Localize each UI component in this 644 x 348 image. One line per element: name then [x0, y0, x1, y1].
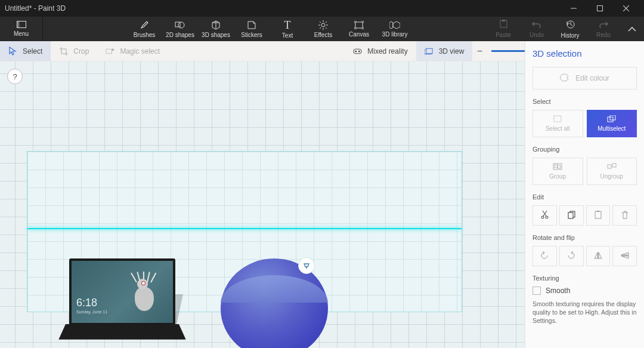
svg-rect-34 [568, 213, 573, 218]
menu-icon [17, 21, 26, 29]
tool-stickers[interactable]: Stickers [234, 17, 270, 41]
svg-line-13 [320, 27, 321, 29]
shapes-3d-icon [211, 20, 221, 30]
paste-button[interactable]: Paste [487, 17, 520, 41]
redo-icon [599, 20, 608, 30]
smooth-checkbox[interactable]: Smooth [532, 287, 637, 295]
trash-icon [621, 211, 628, 221]
svg-rect-24 [554, 116, 561, 122]
rotate-ccw-icon [540, 251, 549, 261]
svg-point-33 [546, 216, 548, 218]
texturing-section-label: Texturing [532, 275, 637, 282]
svg-rect-3 [17, 21, 19, 28]
viewport-3d[interactable]: ? 6:18 Sunday, June 11 [0, 61, 525, 348]
brush-icon [140, 20, 149, 30]
grouping-section-label: Grouping [532, 146, 637, 153]
magic-icon [106, 47, 114, 56]
select-all-button[interactable]: Select all [532, 110, 583, 137]
side-panel: 3D selection Edit colour Select Select a… [525, 41, 644, 348]
checkbox-icon [532, 287, 541, 295]
3d-view-button[interactable]: 3D view [416, 41, 473, 61]
panel-title: 3D selection [532, 48, 637, 58]
svg-rect-36 [597, 211, 599, 212]
flip-horizontal-button[interactable] [586, 246, 611, 266]
zoom-out-button[interactable]: − [472, 46, 487, 57]
undo-button[interactable]: Undo [520, 17, 553, 41]
paste-icon-small [595, 211, 602, 221]
effects-icon [318, 20, 328, 30]
minimize-button[interactable] [561, 0, 587, 17]
lockscreen-time: 6:18 [76, 297, 97, 309]
multiselect-button[interactable]: Multiselect [587, 110, 637, 137]
svg-rect-28 [555, 165, 558, 168]
svg-point-22 [358, 50, 360, 52]
svg-point-32 [541, 216, 544, 218]
select-tool[interactable]: Select [0, 41, 51, 61]
magic-select-tool[interactable]: Magic select [97, 41, 168, 61]
edit-colour-button[interactable]: Edit colour [532, 67, 637, 90]
palette-icon [560, 73, 569, 84]
svg-line-14 [326, 21, 327, 23]
maximize-button[interactable] [587, 0, 613, 17]
paste-button-panel[interactable] [586, 205, 611, 226]
history-button[interactable]: History [553, 17, 587, 41]
tool-3d-shapes[interactable]: 3D shapes [198, 17, 234, 41]
svg-rect-29 [558, 165, 561, 168]
shapes-2d-icon [175, 20, 185, 30]
texturing-note: Smooth texturing requires the display qu… [532, 300, 637, 325]
cut-button[interactable] [532, 205, 557, 226]
rotate-cw-icon [567, 251, 575, 261]
tool-brushes[interactable]: Brushes [126, 17, 162, 41]
select-all-icon [553, 115, 562, 124]
cut-icon [541, 210, 549, 221]
tool-effects[interactable]: Effects [305, 17, 341, 41]
z-position-handle[interactable] [298, 257, 315, 274]
svg-rect-0 [571, 8, 577, 9]
expand-panel-button[interactable] [620, 17, 644, 41]
svg-point-6 [321, 23, 325, 27]
mr-icon [353, 47, 362, 56]
window-title: Untitled* - Paint 3D [5, 4, 561, 13]
ungroup-icon [607, 163, 617, 171]
canvas-icon [354, 21, 364, 29]
group-icon [553, 163, 562, 171]
tool-3d-library[interactable]: 3D library [377, 17, 413, 41]
menu-label: Menu [14, 30, 29, 37]
rotate-section-label: Rotate and flip [532, 234, 637, 241]
close-button[interactable] [613, 0, 639, 17]
select-section-label: Select [532, 98, 637, 105]
svg-rect-19 [106, 49, 112, 54]
svg-line-12 [326, 27, 327, 29]
flip-vertical-button[interactable] [612, 246, 637, 266]
help-button[interactable]: ? [7, 69, 23, 84]
svg-line-11 [320, 21, 321, 23]
text-icon: T [284, 20, 291, 30]
menu-button[interactable]: Menu [0, 17, 43, 41]
cursor-icon [8, 47, 17, 56]
svg-rect-30 [608, 165, 611, 168]
svg-rect-20 [354, 49, 361, 54]
lockscreen-date: Sunday, June 11 [76, 310, 107, 314]
group-button[interactable]: Group [532, 158, 583, 185]
svg-rect-31 [612, 164, 616, 167]
copy-button[interactable] [559, 205, 584, 226]
sticker-icon [247, 20, 256, 30]
tool-canvas[interactable]: Canvas [341, 17, 377, 41]
rotate-ccw-button[interactable] [532, 246, 557, 266]
svg-rect-23 [426, 48, 432, 53]
edit-section-label: Edit [532, 193, 637, 201]
crop-tool[interactable]: Crop [51, 41, 97, 61]
delete-button[interactable] [612, 205, 637, 226]
mixed-reality-button[interactable]: Mixed reality [345, 41, 416, 61]
undo-icon [532, 20, 541, 30]
rotate-cw-button[interactable] [559, 246, 584, 266]
tool-2d-shapes[interactable]: 2D shapes [162, 17, 198, 41]
multiselect-icon [607, 115, 617, 124]
object-sphere[interactable] [221, 258, 340, 348]
ribbon: Menu Brushes 2D shapes 3D shapes Sticker… [0, 17, 644, 41]
object-surface-device[interactable]: 6:18 Sunday, June 11 [66, 258, 179, 348]
tool-text[interactable]: TText [270, 17, 305, 41]
crop-icon [59, 47, 68, 56]
redo-button[interactable]: Redo [587, 17, 620, 41]
ungroup-button[interactable]: Ungroup [587, 158, 637, 185]
